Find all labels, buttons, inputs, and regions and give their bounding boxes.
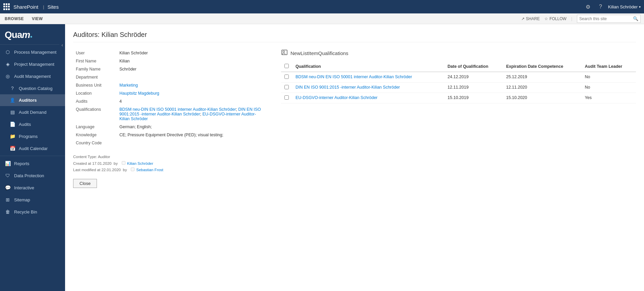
label-businessunit: Business Unit [73, 81, 117, 89]
sidebar-item-label: Reports [14, 161, 30, 166]
sidebar-collapse-button[interactable]: ‹ [59, 41, 65, 49]
form-row-businessunit: Business Unit Marketing [73, 81, 268, 89]
sidebar-item-reports[interactable]: 📊 Reports [0, 157, 65, 169]
form-row-qualifications: Qualifications BDSM neu-DIN EN ISO 50001… [73, 105, 268, 123]
sidebar-item-label: Interactive [14, 185, 34, 190]
label-location: Location [73, 89, 117, 97]
tab-browse[interactable]: BROWSE [3, 14, 25, 23]
form-row-countrycode: Country Code [73, 139, 268, 147]
svg-point-1 [283, 51, 285, 53]
businessunit-link[interactable]: Marketing [119, 83, 138, 88]
recycle-bin-icon: 🗑 [5, 209, 11, 214]
sidebar: Quam● ‹ ⬡ Process Management ◈ Project M… [0, 24, 65, 291]
modified-info: Last modified at 22.01.2020 by Sebastian… [73, 167, 268, 174]
reports-icon: 📊 [5, 161, 11, 166]
modified-user-checkbox [131, 167, 135, 171]
sidebar-item-label: Audit Demand [19, 110, 46, 115]
select-all-checkbox[interactable] [284, 64, 289, 68]
created-user-link[interactable]: Kilian Schröder [127, 161, 153, 165]
value-firstname: Kilian [117, 57, 268, 65]
user-menu[interactable]: Kilian Schröder ▾ [608, 4, 641, 9]
row-select-1[interactable] [284, 75, 289, 79]
sidebar-item-interactive[interactable]: 💬 Interactive [0, 182, 65, 194]
app-grid-icon[interactable] [3, 3, 10, 10]
row-select-2[interactable] [284, 85, 289, 89]
created-user-checkbox [122, 161, 125, 165]
row-select-3[interactable] [284, 95, 289, 100]
label-qualifications: Qualifications [73, 105, 117, 123]
value-user: Kilian Schröder [117, 49, 268, 57]
qual-teamleader-3: Yes [582, 93, 636, 103]
table-row: EU-DSGVO-interner Auditor-Kilian Schröde… [281, 93, 636, 103]
label-firstname: First Name [73, 57, 117, 65]
top-bar: SharePoint | Sites ⚙ ? Kilian Schröder ▾ [0, 0, 644, 13]
sidebar-item-recycle-bin[interactable]: 🗑 Recycle Bin [0, 206, 65, 218]
sidebar-item-data-protection[interactable]: 🛡 Data Protection [0, 169, 65, 182]
label-knowledge: Knowledge [73, 131, 117, 139]
sidebar-item-question-catalog[interactable]: ? Question Catalog [0, 82, 65, 94]
sidebar-item-process-management[interactable]: ⬡ Process Management [0, 46, 65, 58]
follow-action[interactable]: ☆ FOLLOW [544, 16, 567, 21]
sidebar-item-label: Project Management [14, 62, 54, 67]
col-checkbox [281, 61, 292, 72]
sidebar-item-audit-management[interactable]: ◎ Audit Management [0, 70, 65, 82]
qual-name-1: BDSM neu-DIN EN ISO 50001 interner Audit… [292, 72, 444, 83]
label-countrycode: Country Code [73, 139, 117, 147]
table-row: DIN EN ISO 9001:2015 -interner Auditor-K… [281, 83, 636, 93]
form-row-familyname: Family Name Schröder [73, 65, 268, 73]
settings-icon[interactable]: ⚙ [583, 4, 593, 10]
page-title: Auditors: Kilian Schröder [73, 31, 636, 42]
value-countrycode [117, 139, 268, 147]
close-button[interactable]: Close [73, 179, 97, 188]
form-row-knowledge: Knowledge CE; Pressure Equipment Directi… [73, 131, 268, 139]
right-panel: NewListItemQualifications Qualification … [268, 49, 636, 188]
programs-icon: 📁 [9, 134, 15, 139]
help-icon[interactable]: ? [596, 4, 605, 10]
tab-view[interactable]: VIEW [31, 14, 44, 23]
qual-date-3: 15.10.2019 [444, 93, 503, 103]
qualifications-table: Qualification Date of Qualification Expi… [281, 61, 636, 103]
search-button[interactable]: 🔍 [631, 16, 640, 21]
sidebar-item-audits[interactable]: 📄 Audits [0, 118, 65, 130]
qual-teamleader-2: No [582, 83, 636, 93]
share-action[interactable]: ↗ SHARE [521, 16, 540, 21]
search-input[interactable] [577, 16, 631, 22]
qual-name-2: DIN EN ISO 9001:2015 -interner Auditor-K… [292, 83, 444, 93]
label-audits: Audits [73, 97, 117, 105]
audit-management-icon: ◎ [5, 74, 11, 79]
qualifications-header: NewListItemQualifications [281, 49, 636, 57]
qual-link-row-1[interactable]: BDSM neu-DIN EN ISO 50001 interner Audit… [296, 75, 412, 79]
qual-name-3: EU-DSGVO-interner Auditor-Kilian Schröde… [292, 93, 444, 103]
qual-link-1[interactable]: BDSM neu-DIN EN ISO 50001 interner Audit… [119, 107, 236, 112]
sidebar-item-audit-demand[interactable]: ▤ Audit Demand [0, 106, 65, 118]
sidebar-item-label: Process Management [14, 50, 56, 55]
label-familyname: Family Name [73, 65, 117, 73]
sidebar-item-project-management[interactable]: ◈ Project Management [0, 58, 65, 70]
qual-link-row-2[interactable]: DIN EN ISO 9001:2015 -interner Auditor-K… [296, 85, 400, 90]
label-department: Department [73, 73, 117, 81]
share-icon: ↗ [521, 16, 525, 21]
col-date: Date of Qualification [444, 61, 503, 72]
row-checkbox-1 [281, 72, 292, 83]
left-panel: User Kilian Schröder First Name Kilian F… [73, 49, 268, 188]
qual-expiration-3: 15.10.2020 [503, 93, 582, 103]
user-chevron: ▾ [639, 5, 641, 9]
qual-expiration-1: 25.12.2019 [503, 72, 582, 83]
sidebar-item-auditors[interactable]: 👤 Auditors [0, 94, 65, 106]
sidebar-item-label: Audits [19, 122, 31, 127]
sidebar-item-sitemap[interactable]: ⊞ Sitemap [0, 194, 65, 206]
created-info: Created at 17.01.2020 by Kilian Schröder [73, 160, 268, 167]
sidebar-item-audit-calendar[interactable]: 📅 Audit Calendar [0, 142, 65, 154]
table-row: BDSM neu-DIN EN ISO 50001 interner Audit… [281, 72, 636, 83]
location-link[interactable]: Hauptsitz Magdeburg [119, 91, 159, 96]
auditor-form-table: User Kilian Schröder First Name Kilian F… [73, 49, 268, 147]
qual-link-row-3[interactable]: EU-DSGVO-interner Auditor-Kilian Schröde… [296, 95, 378, 100]
form-row-user: User Kilian Schröder [73, 49, 268, 57]
search-box[interactable]: 🔍 [577, 15, 641, 23]
sites-label[interactable]: Sites [48, 4, 59, 10]
sidebar-item-programs[interactable]: 📁 Programs [0, 130, 65, 142]
data-protection-icon: 🛡 [5, 173, 11, 178]
qual-table-header-row: Qualification Date of Qualification Expi… [281, 61, 636, 72]
interactive-icon: 💬 [5, 185, 11, 190]
modified-user-link[interactable]: Sebastian Frost [136, 168, 163, 172]
